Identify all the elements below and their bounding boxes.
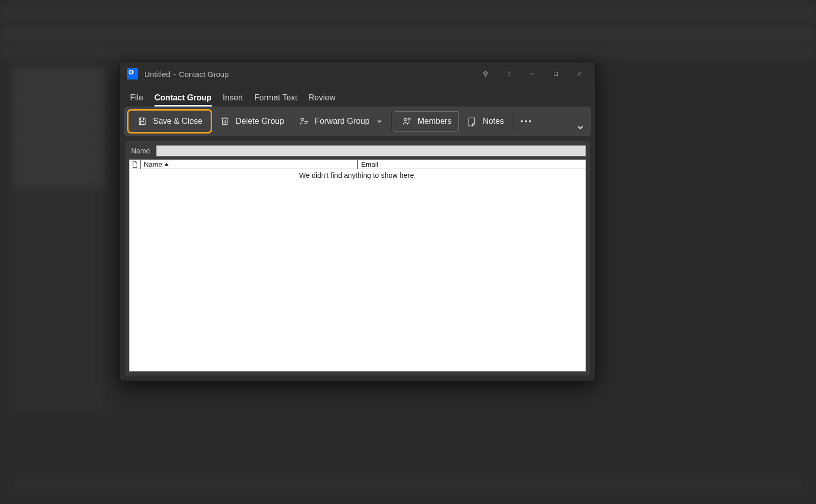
tab-review[interactable]: Review bbox=[309, 93, 335, 107]
delete-group-label: Delete Group bbox=[236, 117, 284, 126]
column-name-label: Name bbox=[144, 161, 162, 168]
empty-state-message: We didn't find anything to show here. bbox=[130, 169, 585, 181]
delete-group-button[interactable]: Delete Group bbox=[212, 112, 291, 131]
ribbon-separator bbox=[513, 112, 514, 130]
tab-insert[interactable]: Insert bbox=[223, 93, 243, 107]
premium-icon[interactable] bbox=[474, 64, 497, 84]
tab-contact-group[interactable]: Contact Group bbox=[155, 93, 212, 107]
svg-point-9 bbox=[404, 118, 406, 121]
name-row: Name bbox=[129, 145, 586, 156]
tab-format-text[interactable]: Format Text bbox=[254, 93, 297, 107]
maximize-button[interactable] bbox=[544, 64, 568, 84]
more-options-button[interactable] bbox=[516, 117, 536, 125]
notes-label: Notes bbox=[482, 117, 504, 126]
chevron-down-icon bbox=[377, 117, 382, 126]
name-label: Name bbox=[129, 147, 150, 155]
members-button[interactable]: Members bbox=[394, 111, 460, 131]
minimize-button[interactable] bbox=[521, 64, 544, 84]
ribbon-separator bbox=[391, 112, 392, 130]
svg-marker-11 bbox=[165, 163, 168, 166]
svg-rect-2 bbox=[554, 72, 558, 76]
members-label: Members bbox=[418, 117, 452, 126]
help-button[interactable] bbox=[497, 64, 521, 84]
save-close-button[interactable]: Save & Close bbox=[127, 109, 212, 134]
contact-group-window: Untitled - Contact Group File Contact Gr… bbox=[119, 61, 596, 381]
column-email-label: Email bbox=[361, 161, 378, 168]
close-button[interactable] bbox=[568, 64, 591, 84]
group-name-input[interactable] bbox=[156, 145, 586, 156]
title-context: Contact Group bbox=[179, 70, 229, 78]
outlook-icon bbox=[127, 68, 138, 79]
ribbon-tabs: File Contact Group Insert Format Text Re… bbox=[120, 86, 595, 107]
members-icon bbox=[401, 116, 413, 127]
svg-point-8 bbox=[301, 118, 303, 121]
members-list: Name Email We didn't find anything to sh… bbox=[129, 160, 586, 372]
forward-icon bbox=[298, 116, 310, 127]
svg-rect-5 bbox=[141, 122, 144, 124]
svg-point-10 bbox=[408, 118, 410, 120]
forward-group-label: Forward Group bbox=[315, 117, 370, 126]
attachment-column-icon[interactable] bbox=[130, 160, 141, 169]
title-doc-name: Untitled bbox=[144, 70, 170, 78]
title-separator: - bbox=[173, 70, 176, 78]
column-header-name[interactable]: Name bbox=[141, 160, 358, 169]
ribbon: Save & Close Delete Group Forward Group … bbox=[124, 107, 591, 136]
contact-group-body: Name Name Email We didn't find anything … bbox=[125, 141, 590, 376]
title-bar: Untitled - Contact Group bbox=[120, 62, 595, 86]
ribbon-expand-button[interactable] bbox=[577, 124, 584, 133]
tab-file[interactable]: File bbox=[130, 93, 143, 107]
sort-ascending-icon bbox=[164, 161, 169, 168]
notes-icon bbox=[466, 116, 477, 127]
notes-button[interactable]: Notes bbox=[459, 112, 511, 131]
save-close-label: Save & Close bbox=[153, 117, 202, 126]
save-icon bbox=[137, 116, 148, 127]
forward-group-button[interactable]: Forward Group bbox=[291, 112, 389, 131]
column-header-row: Name Email bbox=[130, 160, 585, 169]
svg-point-0 bbox=[509, 75, 509, 76]
column-header-email[interactable]: Email bbox=[358, 160, 585, 169]
trash-icon bbox=[219, 116, 231, 127]
